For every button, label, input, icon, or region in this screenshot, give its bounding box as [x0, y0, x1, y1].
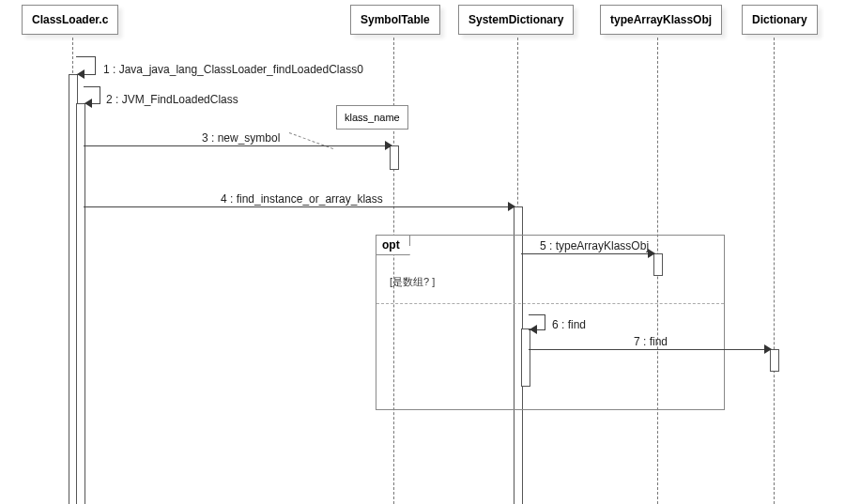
participant-dictionary: Dictionary [742, 5, 818, 35]
participant-systemdictionary: SystemDictionary [458, 5, 574, 35]
participant-classloader: ClassLoader.c [22, 5, 118, 35]
participant-typearrayklassobj: typeArrayKlassObj [600, 5, 722, 35]
note-text: klass_name [345, 112, 400, 123]
participant-label: Dictionary [752, 13, 807, 26]
message-1-label: 1 : Java_java_lang_ClassLoader_findLoade… [103, 63, 363, 76]
participant-label: ClassLoader.c [32, 13, 108, 26]
message-5-label: 5 : typeArrayKlassObj [540, 239, 649, 252]
message-3-arrow [385, 141, 392, 150]
participant-label: typeArrayKlassObj [610, 13, 712, 26]
participant-label: SystemDictionary [468, 13, 563, 26]
message-3-label: 3 : new_symbol [202, 131, 280, 145]
activation-classloader-2 [76, 103, 85, 504]
fragment-opt-divider [376, 303, 724, 304]
participant-symboltable: SymbolTable [350, 5, 440, 35]
message-5-line [521, 253, 653, 254]
message-1-arrow [77, 69, 84, 79]
message-3-line [84, 145, 390, 146]
message-7-arrow [764, 344, 772, 354]
note-corner-fill [399, 106, 407, 115]
fragment-opt-guard: [是数组? ] [390, 275, 435, 289]
participant-label: SymbolTable [361, 13, 430, 26]
note-klass-name: klass_name [336, 105, 408, 130]
message-5-arrow [648, 249, 655, 258]
message-4-arrow [508, 202, 515, 211]
message-7-label: 7 : find [634, 335, 668, 348]
message-6-arrow [530, 325, 537, 334]
message-4-line [84, 206, 514, 207]
fragment-label-text: opt [382, 238, 400, 252]
message-4-label: 4 : find_instance_or_array_klass [221, 192, 383, 206]
fragment-opt-label: opt [376, 236, 410, 255]
fragment-opt: opt [是数组? ] [376, 235, 725, 410]
message-2-arrow [84, 99, 92, 108]
message-7-line [529, 349, 770, 350]
message-6-label: 6 : find [552, 318, 586, 331]
lifeline-dictionary [774, 38, 775, 504]
message-2-label: 2 : JVM_FindLoadedClass [106, 93, 238, 106]
note-anchor-line [289, 132, 333, 149]
